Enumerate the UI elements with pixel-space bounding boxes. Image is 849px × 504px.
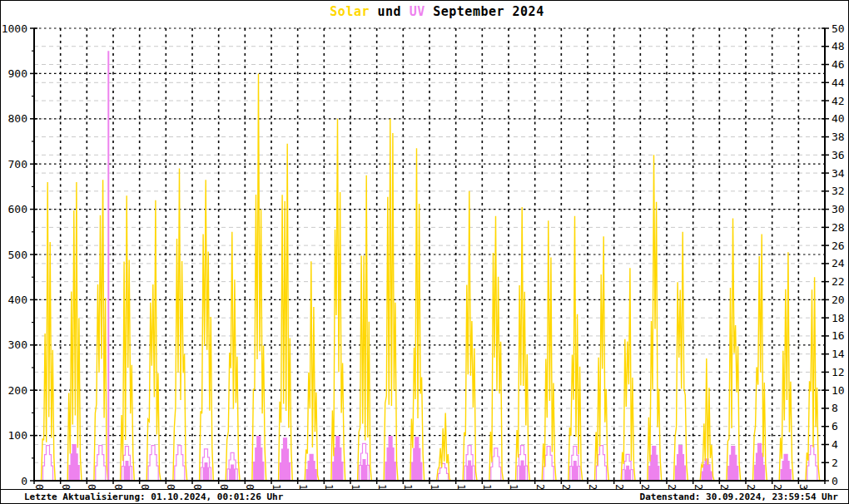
right-axis-tick-label: 44 <box>832 77 845 89</box>
right-axis-tick-label: 30 <box>832 203 845 215</box>
right-axis-tick-label: 24 <box>832 257 845 269</box>
uv-day-bar <box>148 446 158 481</box>
right-axis-tick-label: 32 <box>832 185 845 197</box>
right-axis-tick-label: 20 <box>832 294 845 306</box>
uv-day-bar <box>385 437 395 481</box>
right-axis-tick-label: 22 <box>832 275 845 288</box>
uv-day-bar <box>96 446 106 481</box>
right-axis-tick-label: 28 <box>832 221 845 234</box>
right-axis-tick-label: 34 <box>832 167 845 180</box>
right-axis-tick-label: 8 <box>832 402 838 414</box>
uv-day-bar <box>254 437 264 481</box>
right-axis-tick-label: 50 <box>832 22 845 35</box>
footer-last-update: Letzte Aktualisierung: 01.10.2024, 00:01… <box>24 492 283 502</box>
left-axis-tick-label: 600 <box>8 203 27 215</box>
left-axis-tick-label: 700 <box>8 158 27 170</box>
left-axis-tick-label: 1000 <box>2 22 27 35</box>
footer-data-state: Datenstand: 30.09.2024, 23:59:54 Uhr <box>640 492 838 502</box>
footer: Letzte Aktualisierung: 01.10.2024, 00:01… <box>1 489 848 503</box>
right-axis-tick-label: 48 <box>832 40 845 52</box>
right-axis-tick-label: 46 <box>832 58 845 71</box>
left-axis-tick-label: 400 <box>8 294 27 306</box>
axis-labels: 0100200300400500600700800900100002468101… <box>2 22 845 492</box>
right-axis-tick-label: 26 <box>832 240 845 252</box>
uv-day-bar <box>175 446 185 481</box>
right-axis-tick-label: 38 <box>832 131 845 143</box>
chart-canvas: 0100200300400500600700800900100002468101… <box>1 1 849 492</box>
right-axis-tick-label: 42 <box>832 95 845 107</box>
left-axis-tick-label: 800 <box>8 112 27 125</box>
right-axis-tick-label: 12 <box>832 366 845 378</box>
uv-day-bar <box>43 446 53 481</box>
uv-day-bar <box>728 447 738 481</box>
right-axis-tick-label: 36 <box>832 149 845 161</box>
left-axis-tick-label: 100 <box>8 429 27 442</box>
right-axis-tick-label: 40 <box>832 112 845 125</box>
left-axis-tick-label: 300 <box>8 338 27 351</box>
right-axis-tick-label: 10 <box>832 384 845 397</box>
right-axis-tick-label: 0 <box>832 475 838 487</box>
left-axis-tick-label: 900 <box>8 67 27 80</box>
chart-frame: Solar und UV September 2024 010020030040… <box>0 0 849 504</box>
gridlines-vertical <box>61 28 799 481</box>
left-axis-tick-label: 500 <box>8 249 27 261</box>
uv-day-bar <box>306 454 316 481</box>
right-axis-tick-label: 14 <box>832 348 845 360</box>
right-axis-tick-label: 6 <box>832 420 838 432</box>
right-axis-tick-label: 16 <box>832 329 845 342</box>
right-axis-tick-label: 4 <box>832 438 838 451</box>
left-axis-tick-label: 0 <box>21 475 27 487</box>
uv-day-bar <box>676 446 686 481</box>
left-axis-tick-label: 200 <box>8 384 27 397</box>
right-axis-tick-label: 2 <box>832 457 838 469</box>
right-axis-tick-label: 18 <box>832 312 845 324</box>
